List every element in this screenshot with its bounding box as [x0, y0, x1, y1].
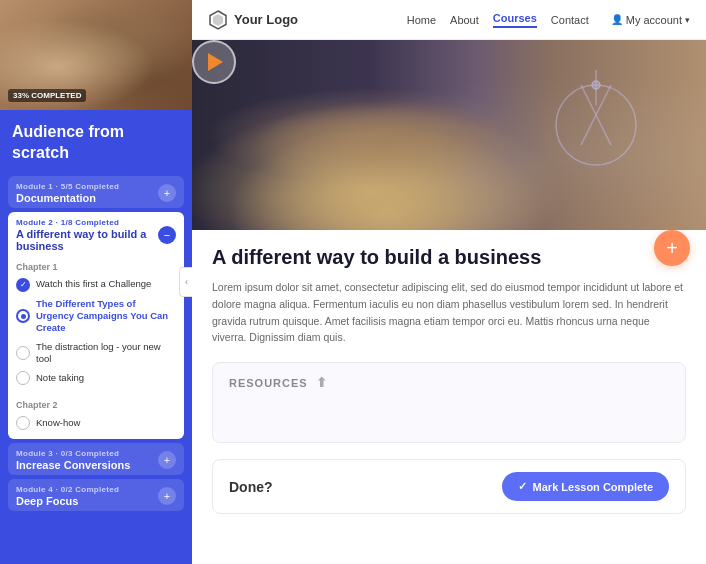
nav-links: Home About Courses Contact 👤 My account … — [407, 12, 690, 28]
nav-link-contact[interactable]: Contact — [551, 14, 589, 26]
chapter-2-title: Chapter 2 — [16, 400, 176, 410]
list-item[interactable]: ✓ Watch this first a Challenge — [16, 275, 176, 295]
module-2-meta: Module 2 · 1/8 Completed A different way… — [16, 218, 158, 252]
sidebar-modules: Module 1 · 5/5 Completed Documentation +… — [0, 172, 192, 564]
play-triangle-icon — [208, 53, 223, 71]
fab-button[interactable]: + — [654, 230, 690, 266]
logo-text: Your Logo — [234, 12, 298, 27]
lesson-label: Note taking — [36, 372, 84, 384]
account-label: My account — [626, 14, 682, 26]
logo-area: Your Logo — [208, 10, 298, 30]
lesson-dot-completed: ✓ — [16, 278, 30, 292]
module-2-name: A different way to build a business — [16, 228, 158, 252]
chapter-1-title: Chapter 1 — [16, 262, 176, 272]
resources-body — [229, 390, 669, 430]
sidebar-title: Audience from scratch — [0, 110, 192, 172]
lesson-label: Watch this first a Challenge — [36, 278, 151, 290]
chapter-1-block: Chapter 1 ✓ Watch this first a Challenge… — [8, 262, 184, 395]
resources-header: RESOURCES ⬆ — [229, 375, 669, 390]
list-item[interactable]: Note taking — [16, 368, 176, 388]
navbar: Your Logo Home About Courses Contact 👤 M… — [192, 0, 706, 40]
lesson-label: The distraction log - your new tool — [36, 341, 176, 366]
module-3-meta: Module 3 · 0/3 Completed Increase Conver… — [16, 449, 130, 471]
sidebar-hero: 33% COMPLETED — [0, 0, 192, 110]
upload-icon: ⬆ — [316, 375, 328, 390]
sidebar-collapse-tab[interactable]: ‹ — [179, 267, 192, 297]
module-2-tag: Module 2 · 1/8 Completed — [16, 218, 158, 227]
svg-marker-1 — [213, 14, 223, 26]
lesson-dot-empty — [16, 416, 30, 430]
module-3-tag: Module 3 · 0/3 Completed — [16, 449, 130, 458]
lesson-dot-empty — [16, 371, 30, 385]
resources-section: RESOURCES ⬆ — [212, 362, 686, 443]
module-1-meta: Module 1 · 5/5 Completed Documentation — [16, 182, 119, 204]
logo-icon — [208, 10, 228, 30]
module-4-block: Module 4 · 0/2 Completed Deep Focus + — [8, 479, 184, 511]
module-3-toggle[interactable]: + — [158, 451, 176, 469]
main-content: Your Logo Home About Courses Contact 👤 M… — [192, 0, 706, 564]
plus-icon: + — [666, 237, 678, 260]
module-1-name: Documentation — [16, 192, 119, 204]
content-area: A different way to build a business Lore… — [192, 230, 706, 546]
nav-link-home[interactable]: Home — [407, 14, 436, 26]
module-3-name: Increase Conversions — [16, 459, 130, 471]
lesson-label-active: The Different Types of Urgency Campaigns… — [36, 298, 176, 335]
module-3-block: Module 3 · 0/3 Completed Increase Conver… — [8, 443, 184, 475]
check-icon: ✓ — [518, 480, 527, 493]
mark-lesson-complete-button[interactable]: ✓ Mark Lesson Complete — [502, 472, 669, 501]
done-bar: Done? ✓ Mark Lesson Complete — [212, 459, 686, 514]
content-title: A different way to build a business — [212, 246, 686, 269]
list-item[interactable]: The Different Types of Urgency Campaigns… — [16, 295, 176, 338]
module-1-block: Module 1 · 5/5 Completed Documentation + — [8, 176, 184, 208]
module-2-block: Module 2 · 1/8 Completed A different way… — [8, 212, 184, 440]
lesson-dot-active — [16, 309, 30, 323]
list-item[interactable]: The distraction log - your new tool — [16, 338, 176, 369]
lesson-dot-empty — [16, 346, 30, 360]
module-1-tag: Module 1 · 5/5 Completed — [16, 182, 119, 191]
video-area — [192, 40, 706, 230]
module-1-header[interactable]: Module 1 · 5/5 Completed Documentation + — [8, 176, 184, 208]
progress-badge: 33% COMPLETED — [8, 89, 86, 102]
module-3-header[interactable]: Module 3 · 0/3 Completed Increase Conver… — [8, 443, 184, 475]
chapter-2-block: Chapter 2 Know-how — [8, 400, 184, 439]
video-background — [192, 40, 706, 230]
module-4-header[interactable]: Module 4 · 0/2 Completed Deep Focus + — [8, 479, 184, 511]
module-2-header[interactable]: Module 2 · 1/8 Completed A different way… — [8, 212, 184, 256]
user-icon: 👤 — [611, 14, 623, 25]
sketch-icon — [546, 60, 646, 190]
content-body: Lorem ipsum dolor sit amet, consectetur … — [212, 279, 686, 346]
lesson-label: Know-how — [36, 417, 80, 429]
play-button[interactable] — [192, 40, 236, 84]
module-2-toggle[interactable]: − — [158, 226, 176, 244]
sidebar: 33% COMPLETED Audience from scratch Modu… — [0, 0, 192, 564]
nav-link-about[interactable]: About — [450, 14, 479, 26]
module-4-meta: Module 4 · 0/2 Completed Deep Focus — [16, 485, 119, 507]
svg-point-6 — [592, 81, 600, 89]
done-label: Done? — [229, 479, 273, 495]
chevron-down-icon: ▾ — [685, 15, 690, 25]
module-1-toggle[interactable]: + — [158, 184, 176, 202]
module-4-name: Deep Focus — [16, 495, 119, 507]
list-item[interactable]: Know-how — [16, 413, 176, 433]
nav-link-courses[interactable]: Courses — [493, 12, 537, 28]
nav-account[interactable]: 👤 My account ▾ — [611, 14, 690, 26]
resources-label: RESOURCES — [229, 377, 308, 389]
module-4-toggle[interactable]: + — [158, 487, 176, 505]
module-4-tag: Module 4 · 0/2 Completed — [16, 485, 119, 494]
mark-complete-label: Mark Lesson Complete — [533, 481, 653, 493]
